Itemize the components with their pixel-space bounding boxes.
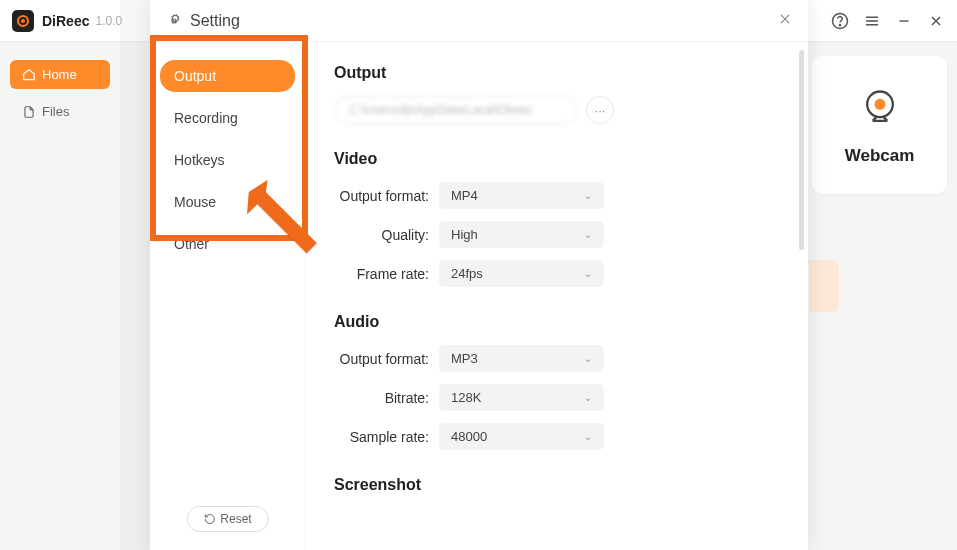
app-name: DiReec	[42, 13, 89, 29]
svg-point-9	[874, 99, 885, 110]
scrollbar[interactable]	[799, 50, 804, 250]
webcam-label: Webcam	[845, 146, 915, 166]
settings-tab-output[interactable]: Output	[160, 60, 295, 92]
main-sidebar: Home Files	[0, 50, 120, 144]
section-heading-screenshot: Screenshot	[334, 476, 780, 494]
sidebar-item-home[interactable]: Home	[10, 60, 110, 89]
audio-format-label: Output format:	[334, 351, 439, 367]
video-quality-label: Quality:	[334, 227, 439, 243]
settings-sidebar: Output Recording Hotkeys Mouse Other Res…	[150, 42, 306, 550]
settings-content: Output C:\Users\dp\AppData\Local\Direec …	[306, 42, 808, 550]
reset-button[interactable]: Reset	[186, 506, 268, 532]
audio-samplerate-label: Sample rate:	[334, 429, 439, 445]
settings-tab-other[interactable]: Other	[160, 228, 295, 260]
chevron-down-icon: ⌄	[584, 190, 592, 201]
webcam-icon	[856, 84, 904, 132]
video-format-label: Output format:	[334, 188, 439, 204]
section-heading-audio: Audio	[334, 313, 780, 331]
menu-icon[interactable]	[863, 12, 881, 30]
video-framerate-select[interactable]: 24fps ⌄	[439, 260, 604, 287]
modal-title: Setting	[190, 12, 240, 30]
section-heading-video: Video	[334, 150, 780, 168]
sidebar-item-label: Home	[42, 67, 77, 82]
files-icon	[22, 105, 36, 119]
minimize-icon[interactable]	[895, 12, 913, 30]
sidebar-item-label: Files	[42, 104, 69, 119]
select-value: 24fps	[451, 266, 483, 281]
reset-icon	[203, 513, 215, 525]
chevron-down-icon: ⌄	[584, 392, 592, 403]
svg-point-1	[839, 24, 840, 25]
close-icon[interactable]	[927, 12, 945, 30]
audio-bitrate-select[interactable]: 128K ⌄	[439, 384, 604, 411]
settings-tab-mouse[interactable]: Mouse	[160, 186, 295, 218]
help-icon[interactable]	[831, 12, 849, 30]
audio-bitrate-label: Bitrate:	[334, 390, 439, 406]
app-logo	[12, 10, 34, 32]
modal-close-icon[interactable]	[778, 10, 792, 31]
audio-format-select[interactable]: MP3 ⌄	[439, 345, 604, 372]
gear-icon	[166, 13, 182, 29]
section-heading-output: Output	[334, 64, 780, 82]
select-value: MP4	[451, 188, 478, 203]
sidebar-item-files[interactable]: Files	[10, 97, 110, 126]
settings-modal: Setting Output Recording Hotkeys Mouse O…	[150, 0, 808, 550]
select-value: MP3	[451, 351, 478, 366]
app-version: 1.0.0	[95, 14, 122, 28]
chevron-down-icon: ⌄	[584, 353, 592, 364]
settings-tab-hotkeys[interactable]: Hotkeys	[160, 144, 295, 176]
output-path-input[interactable]: C:\Users\dp\AppData\Local\Direec	[334, 96, 578, 124]
output-path-more-button[interactable]: ···	[586, 96, 614, 124]
select-value: 48000	[451, 429, 487, 444]
select-value: 128K	[451, 390, 481, 405]
chevron-down-icon: ⌄	[584, 229, 592, 240]
video-format-select[interactable]: MP4 ⌄	[439, 182, 604, 209]
settings-tab-recording[interactable]: Recording	[160, 102, 295, 134]
video-framerate-label: Frame rate:	[334, 266, 439, 282]
webcam-card[interactable]: Webcam	[812, 56, 947, 194]
reset-label: Reset	[220, 512, 251, 526]
modal-header: Setting	[150, 0, 808, 42]
background-button-fragment	[809, 260, 839, 312]
home-icon	[22, 68, 36, 82]
select-value: High	[451, 227, 478, 242]
chevron-down-icon: ⌄	[584, 268, 592, 279]
chevron-down-icon: ⌄	[584, 431, 592, 442]
video-quality-select[interactable]: High ⌄	[439, 221, 604, 248]
audio-samplerate-select[interactable]: 48000 ⌄	[439, 423, 604, 450]
